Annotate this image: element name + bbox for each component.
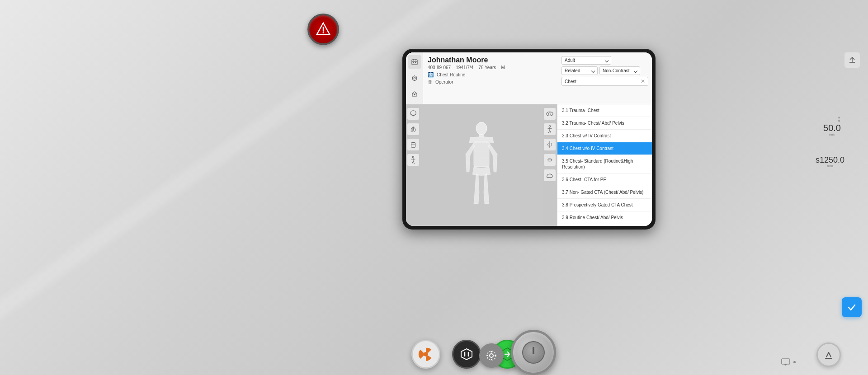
clear-search-button[interactable]: ✕ (641, 79, 645, 84)
figure-button[interactable] (544, 123, 556, 135)
svg-line-38 (548, 131, 550, 133)
patient-schedule-icon[interactable] (408, 55, 421, 69)
full-body-button[interactable] (407, 154, 419, 166)
operator-icon: 🗑 (428, 79, 433, 84)
protocol-item-3-6[interactable]: 3.6 Chest- CTA for PE (557, 173, 652, 186)
svg-line-25 (413, 161, 415, 164)
protocol-item-3-10[interactable]: 3.10 Quality Assurance (557, 224, 652, 226)
patient-id: 400-89-067 (428, 65, 451, 70)
procedure-icon: 🩻 (428, 72, 434, 78)
tablet-screen: Johnathan Moore 400-89-067 1941/7/4 78 Y… (406, 52, 652, 226)
top-measurement-value: 50.0 (823, 123, 841, 132)
protocol-list: 3.1 Trauma- Chest 3.2 Trauma- Chest/ Abd… (557, 104, 652, 226)
protocol-item-3-2[interactable]: 3.2 Trauma- Chest/ Abd/ Pelvis (557, 117, 652, 130)
svg-point-2 (323, 32, 324, 33)
bottom-measurement-value: s1250.0 (816, 156, 844, 164)
svg-point-16 (414, 94, 415, 95)
patient-details: 400-89-067 1941/7/4 78 Years M (428, 65, 557, 70)
abdomen-button[interactable] (407, 139, 419, 150)
patient-gender: M (501, 65, 505, 70)
svg-point-50 (490, 354, 493, 357)
filter-row: Related Non-Contrast (561, 66, 648, 75)
emergency-stop-button[interactable] (307, 14, 339, 45)
chevron-down-icon (605, 58, 609, 62)
procedure-label: Chest Routine (437, 72, 465, 77)
body-figure-section (406, 104, 557, 226)
lungs-button[interactable] (407, 123, 419, 135)
svg-rect-28 (474, 142, 489, 167)
monitor-icon (781, 358, 791, 366)
large-dial-knob[interactable] (511, 330, 556, 375)
protocol-item-3-4[interactable]: 3.4 Chest w/o IV Contrast (557, 142, 652, 155)
human-body-figure (461, 120, 502, 211)
tablet-inner: Johnathan Moore 400-89-067 1941/7/4 78 Y… (406, 52, 652, 226)
bottom-controls (411, 340, 522, 369)
tools-icon[interactable] (408, 71, 421, 85)
foot-button[interactable] (544, 169, 556, 181)
svg-line-24 (412, 161, 413, 164)
svg-point-10 (414, 77, 415, 79)
filter-controls: Adult Related Non-Contrast (561, 52, 652, 104)
svg-rect-19 (411, 143, 415, 148)
svg-line-39 (550, 131, 551, 133)
body-icons-left-panel (406, 104, 420, 226)
protocol-item-3-9[interactable]: 3.9 Routine Chest/ Abd/ Pelvis (557, 211, 652, 224)
eye-button[interactable] (544, 108, 556, 120)
svg-rect-8 (415, 62, 416, 63)
spy-icon[interactable] (408, 88, 421, 101)
chevron-down-icon-2 (591, 69, 595, 72)
bottom-measurement-unit: mm (816, 164, 844, 168)
protocol-item-3-1[interactable]: 3.1 Trauma- Chest (557, 104, 652, 117)
patient-type-dropdown[interactable]: Adult (561, 56, 611, 65)
arrow-up-icon: ▲ (837, 115, 841, 119)
svg-point-43 (424, 352, 428, 356)
monitor-display (781, 358, 796, 366)
top-measurement-unit: mm (823, 132, 841, 136)
protocol-item-3-7[interactable]: 3.7 Non- Gated CTA (Chest/ Abd/ Pelvis) (557, 186, 652, 199)
patient-age: 78 Years (478, 65, 496, 70)
search-row: ✕ (561, 77, 648, 86)
transfer-button[interactable] (816, 342, 841, 367)
dot-indicator (793, 361, 796, 363)
patient-meta: 🩻 Chest Routine (428, 72, 557, 78)
confirm-button[interactable] (842, 297, 862, 317)
filter-type-value: Related (565, 68, 580, 73)
patient-type-value: Adult (565, 58, 575, 63)
knee-button[interactable] (544, 139, 556, 150)
far-right-controls (781, 358, 796, 366)
bottom-measurement-display: s1250.0 mm (816, 156, 844, 168)
protocol-item-3-3[interactable]: 3.3 Chest w/ IV Contrast (557, 130, 652, 142)
patient-name: Johnathan Moore (428, 56, 557, 64)
patient-info-section: Johnathan Moore 400-89-067 1941/7/4 78 Y… (423, 52, 561, 104)
radiation-warning-button[interactable] (411, 340, 440, 369)
patient-dob: 1941/7/4 (456, 65, 473, 70)
tablet-top-bar: Johnathan Moore 400-89-067 1941/7/4 78 Y… (406, 52, 652, 104)
svg-point-9 (412, 76, 417, 80)
svg-rect-46 (782, 359, 790, 364)
operator-label: Operator (435, 80, 453, 84)
top-measurement-display: ▲ ▼ 50.0 mm (823, 115, 841, 136)
svg-point-26 (476, 122, 487, 135)
brain-button[interactable] (407, 108, 419, 120)
svg-point-21 (412, 156, 414, 158)
contrast-type-value: Non-Contrast (603, 68, 629, 73)
right-action-panel (844, 52, 860, 68)
svg-point-17 (410, 111, 416, 116)
filter-type-dropdown[interactable]: Related (561, 66, 598, 75)
svg-rect-7 (413, 62, 414, 63)
search-input[interactable] (565, 79, 639, 84)
protocol-item-3-8[interactable]: 3.8 Prospectively Gated CTA Chest (557, 199, 652, 211)
main-content-area: 3.1 Trauma- Chest 3.2 Trauma- Chest/ Abd… (406, 104, 652, 226)
wrist-button[interactable] (544, 154, 556, 166)
settings-wheel-button[interactable] (479, 343, 504, 368)
stop-button[interactable] (452, 340, 481, 369)
svg-marker-44 (461, 349, 472, 360)
chevron-down-icon-3 (634, 69, 637, 72)
protocol-item-3-5[interactable]: 3.5 Chest- Standard (Routine&High Resolu… (557, 155, 652, 173)
svg-point-35 (549, 126, 551, 127)
svg-point-34 (548, 112, 551, 115)
export-button[interactable] (844, 52, 860, 68)
tablet-left-nav (406, 52, 423, 104)
contrast-type-dropdown[interactable]: Non-Contrast (599, 66, 640, 75)
svg-rect-3 (412, 60, 417, 65)
